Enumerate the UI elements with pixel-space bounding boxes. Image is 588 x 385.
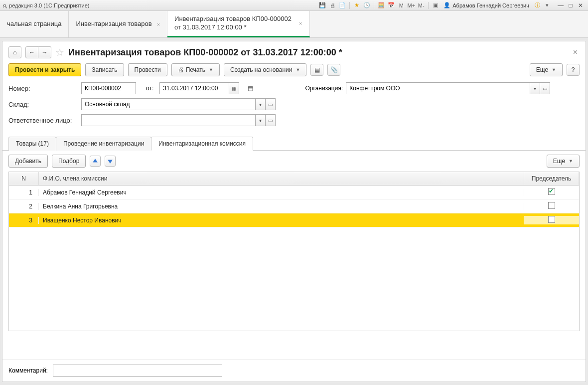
nav-group: ← → <box>25 46 51 58</box>
minimize-button[interactable]: — <box>556 2 565 9</box>
favorite-icon[interactable]: ★ <box>353 1 361 9</box>
responsible-field-group: ▾ ▭ <box>81 114 276 126</box>
open-icon[interactable]: ▭ <box>266 114 276 126</box>
calculator-icon[interactable]: 🧮 <box>377 1 385 9</box>
close-icon[interactable]: × <box>299 20 302 26</box>
grid-body: 1Абрамов Геннадий Сергеевич2Белкина Анна… <box>9 186 579 331</box>
add-row-button[interactable]: Добавить <box>8 155 48 168</box>
chevron-down-icon: ▼ <box>209 67 213 72</box>
grid-more-button[interactable]: Еще ▼ <box>547 155 580 168</box>
checkbox[interactable] <box>548 216 555 223</box>
print-button[interactable]: 🖨 Печать ▼ <box>171 63 220 76</box>
col-number[interactable]: N <box>9 172 39 185</box>
grid-header: N Ф.И.О. члена комиссии Председатель <box>9 172 579 186</box>
window-list-icon[interactable]: ▣ <box>432 1 440 9</box>
chevron-down-icon: ▼ <box>552 67 556 72</box>
sub-tabs: Товары (17) Проведение инвентаризации Ин… <box>2 136 586 151</box>
document-header: ⌂ ← → ☆ Инвентаризация товаров КП00-0000… <box>2 41 586 61</box>
number-field[interactable] <box>81 82 136 94</box>
warehouse-label: Склад: <box>8 101 78 108</box>
calc-mminus-button[interactable]: M- <box>417 1 425 9</box>
save-icon[interactable]: 💾 <box>318 1 326 9</box>
cell-number: 3 <box>9 217 39 224</box>
checkbox[interactable] <box>548 188 555 195</box>
comment-label: Комментарий: <box>8 367 48 374</box>
user-icon: 👤 <box>443 2 450 8</box>
titlebar-text: я, редакция 3.0 (1С:Предприятие) <box>3 2 318 8</box>
titlebar-icon-group: 💾 🖨 📄 ★ 🕓 🧮 📅 M M+ M- ▣ 👤 Абрамов Геннад… <box>318 1 585 9</box>
close-button[interactable]: ✕ <box>576 2 585 9</box>
move-down-button[interactable] <box>105 156 116 167</box>
responsible-label: Ответственное лицо: <box>8 117 78 124</box>
calc-m-button[interactable]: M <box>397 1 405 9</box>
app-tabs: чальная страница Инвентаризация товаров … <box>0 11 588 38</box>
move-up-button[interactable] <box>90 156 101 167</box>
create-based-button[interactable]: Создать на основании ▼ <box>224 63 306 76</box>
dropdown-icon[interactable]: ▾ <box>543 1 551 9</box>
history-icon[interactable]: 🕓 <box>363 1 371 9</box>
save-button[interactable]: Записать <box>85 63 124 76</box>
document-close-button[interactable]: × <box>571 48 580 57</box>
back-button[interactable]: ← <box>25 46 38 58</box>
open-icon[interactable]: ▭ <box>266 98 276 110</box>
responsible-field[interactable] <box>81 114 256 126</box>
comment-field[interactable] <box>53 365 222 377</box>
date-field[interactable] <box>159 82 229 94</box>
process-and-close-button[interactable]: Провести и закрыть <box>8 63 81 76</box>
separator <box>428 2 429 9</box>
dropdown-icon[interactable]: ▾ <box>530 82 540 94</box>
warehouse-field[interactable] <box>81 98 256 110</box>
print-icon[interactable]: 🖨 <box>328 1 336 9</box>
close-icon[interactable]: × <box>157 21 160 27</box>
forward-button[interactable]: → <box>38 46 51 58</box>
attachment-icon-button[interactable]: 📎 <box>327 64 340 76</box>
copy-icon[interactable]: 📄 <box>338 1 346 9</box>
chevron-down-icon: ▼ <box>295 67 300 72</box>
tab-commission[interactable]: Инвентаризационная комиссия <box>151 137 253 151</box>
table-row[interactable]: 2Белкина Анна Григорьевна <box>9 199 579 213</box>
checkbox[interactable] <box>548 202 555 209</box>
favorite-star-icon[interactable]: ☆ <box>55 46 64 58</box>
report-icon-button[interactable]: ▤ <box>310 64 323 76</box>
tab-inventory-doc[interactable]: Инвентаризация товаров КП00-000002 от 31… <box>167 11 309 37</box>
tab-inventory-process[interactable]: Проведение инвентаризации <box>56 137 151 151</box>
tab-start-page[interactable]: чальная страница <box>0 11 69 37</box>
table-row[interactable]: 3Иващенко Нестор Иванович <box>9 213 579 227</box>
more-button[interactable]: Еще ▼ <box>530 63 563 76</box>
window-controls: — □ ✕ <box>556 2 585 9</box>
cell-chairman[interactable] <box>524 216 579 224</box>
cell-fullname: Абрамов Геннадий Сергеевич <box>39 189 524 196</box>
maximize-button[interactable]: □ <box>566 2 575 9</box>
col-fullname[interactable]: Ф.И.О. члена комиссии <box>39 172 524 185</box>
calendar-icon[interactable]: 📅 <box>387 1 395 9</box>
user-name: Абрамов Геннадий Сергеевич <box>452 2 529 8</box>
cell-fullname: Белкина Анна Григорьевна <box>39 203 524 210</box>
calendar-icon[interactable]: ▦ <box>229 82 239 94</box>
table-row[interactable]: 1Абрамов Геннадий Сергеевич <box>9 186 579 199</box>
tab-goods[interactable]: Товары (17) <box>8 137 56 151</box>
open-icon[interactable]: ▭ <box>540 82 550 94</box>
warehouse-field-group: ▾ ▭ <box>81 98 276 110</box>
from-label: от: <box>146 85 153 92</box>
dropdown-icon[interactable]: ▾ <box>256 114 266 126</box>
col-chairman[interactable]: Председатель <box>524 172 579 185</box>
separator <box>374 2 374 9</box>
tab-inventory-list[interactable]: Инвентаризация товаров × <box>69 11 167 37</box>
cell-chairman[interactable] <box>524 188 579 196</box>
number-label: Номер: <box>8 85 78 92</box>
cell-chairman[interactable] <box>524 202 579 210</box>
pick-button[interactable]: Подбор <box>52 155 86 168</box>
process-button[interactable]: Провести <box>128 63 167 76</box>
chevron-down-icon: ▼ <box>569 159 573 164</box>
commission-grid: N Ф.И.О. члена комиссии Председатель 1Аб… <box>8 172 580 331</box>
current-user[interactable]: 👤 Абрамов Геннадий Сергеевич <box>441 2 531 8</box>
help-button[interactable]: ? <box>567 64 580 76</box>
home-button[interactable]: ⌂ <box>8 46 21 58</box>
info-icon[interactable]: ⓘ <box>533 1 541 9</box>
calc-mplus-button[interactable]: M+ <box>407 1 415 9</box>
dropdown-icon[interactable]: ▾ <box>256 98 266 110</box>
organization-label: Организация: <box>298 85 343 92</box>
organization-field[interactable] <box>346 82 530 94</box>
document-toolbar: Провести и закрыть Записать Провести 🖨 П… <box>2 61 586 81</box>
date-extra-icon[interactable]: ▤ <box>245 83 255 93</box>
